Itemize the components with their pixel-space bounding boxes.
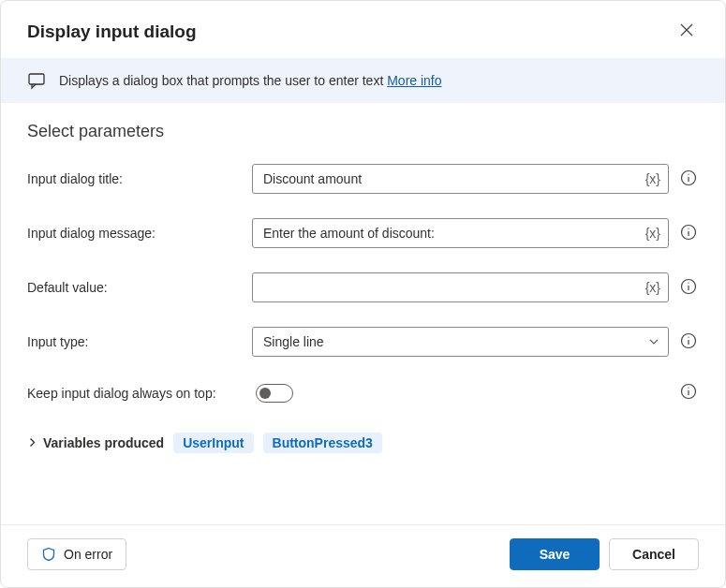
variable-chip[interactable]: UserInput xyxy=(173,433,253,453)
input-type-label: Input type: xyxy=(27,334,243,349)
param-row-title: Input dialog title: {x} xyxy=(27,164,699,194)
chevron-right-icon xyxy=(27,435,37,450)
message-info-button[interactable] xyxy=(678,222,699,245)
message-input[interactable] xyxy=(252,218,669,248)
shield-icon xyxy=(41,547,56,562)
info-banner: Displays a dialog box that prompts the u… xyxy=(1,58,725,103)
svg-point-5 xyxy=(688,173,689,174)
close-icon xyxy=(680,23,693,39)
on-error-button[interactable]: On error xyxy=(27,538,126,570)
banner-text: Displays a dialog box that prompts the u… xyxy=(59,73,442,88)
dialog-title: Display input dialog xyxy=(27,22,197,42)
section-title: Select parameters xyxy=(27,122,699,141)
always-on-top-toggle[interactable] xyxy=(256,384,293,403)
more-info-link[interactable]: More info xyxy=(387,73,441,88)
dialog-footer: On error Save Cancel xyxy=(1,524,725,587)
default-label: Default value: xyxy=(27,280,243,295)
variables-produced-row: Variables produced UserInput ButtonPress… xyxy=(27,433,699,453)
param-row-input-type: Input type: Single line xyxy=(27,327,699,357)
dialog-header: Display input dialog xyxy=(1,1,725,58)
svg-point-17 xyxy=(688,388,689,389)
variable-chip[interactable]: ButtonPressed3 xyxy=(263,433,382,453)
info-icon xyxy=(680,383,697,403)
input-type-select[interactable]: Single line xyxy=(252,327,669,357)
message-label: Input dialog message: xyxy=(27,226,243,241)
input-type-info-button[interactable] xyxy=(678,331,699,354)
variables-produced-label: Variables produced xyxy=(43,435,164,450)
info-icon xyxy=(680,278,697,298)
title-label: Input dialog title: xyxy=(27,171,243,186)
always-on-top-label: Keep input dialog always on top: xyxy=(27,386,246,401)
banner-text-content: Displays a dialog box that prompts the u… xyxy=(59,73,387,88)
param-row-default: Default value: {x} xyxy=(27,272,699,302)
svg-point-14 xyxy=(688,336,689,337)
cancel-button[interactable]: Cancel xyxy=(609,538,699,570)
info-icon xyxy=(680,169,697,189)
param-row-always-on-top: Keep input dialog always on top: xyxy=(27,381,699,404)
close-button[interactable] xyxy=(674,18,699,45)
title-info-button[interactable] xyxy=(678,168,699,191)
info-icon xyxy=(680,332,697,352)
default-info-button[interactable] xyxy=(678,276,699,300)
variables-produced-toggle[interactable]: Variables produced xyxy=(27,435,164,450)
message-icon xyxy=(27,71,46,90)
info-icon xyxy=(680,224,697,243)
toggle-thumb xyxy=(259,388,271,399)
default-input[interactable] xyxy=(252,272,669,302)
svg-point-8 xyxy=(688,228,689,228)
svg-point-11 xyxy=(688,282,689,283)
save-button[interactable]: Save xyxy=(510,538,600,570)
content-area: Select parameters Input dialog title: {x… xyxy=(1,103,725,524)
param-row-message: Input dialog message: {x} xyxy=(27,218,699,248)
footer-actions: Save Cancel xyxy=(510,538,699,570)
always-on-top-info-button[interactable] xyxy=(678,381,699,404)
on-error-label: On error xyxy=(64,547,112,562)
title-input[interactable] xyxy=(252,164,669,194)
svg-rect-2 xyxy=(29,74,44,84)
